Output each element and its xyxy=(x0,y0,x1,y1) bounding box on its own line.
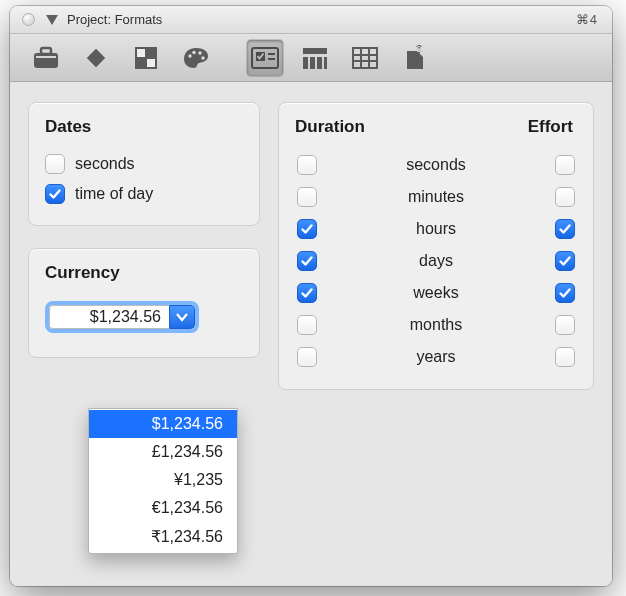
dates-checkbox[interactable] xyxy=(45,184,65,204)
close-button[interactable] xyxy=(22,13,35,26)
svg-rect-18 xyxy=(317,57,322,69)
currency-dropdown[interactable]: $1,234.56£1,234.56¥1,235€1,234.56₹1,234.… xyxy=(88,408,238,554)
currency-value: $1,234.56 xyxy=(49,305,169,329)
duration-checkbox[interactable] xyxy=(297,315,317,335)
dates-row: seconds xyxy=(45,149,243,179)
duration-effort-row: minutes xyxy=(295,181,577,213)
duration-effort-row: years xyxy=(295,341,577,373)
chevron-down-icon xyxy=(169,305,195,329)
svg-rect-16 xyxy=(303,57,308,69)
duration-effort-row: weeks xyxy=(295,277,577,309)
export-icon[interactable] xyxy=(397,40,433,76)
duration-checkbox[interactable] xyxy=(297,219,317,239)
duration-checkbox[interactable] xyxy=(297,251,317,271)
duration-effort-label: months xyxy=(331,316,541,334)
dates-checkbox[interactable] xyxy=(45,154,65,174)
duration-effort-label: seconds xyxy=(331,156,541,174)
dates-label: time of day xyxy=(75,185,153,203)
titlebar: Project: Formats ⌘4 xyxy=(10,6,612,34)
duration-effort-row: hours xyxy=(295,213,577,245)
svg-rect-20 xyxy=(353,48,377,68)
window-title: Project: Formats xyxy=(67,12,576,27)
table-columns-icon[interactable] xyxy=(297,40,333,76)
dates-label: seconds xyxy=(75,155,135,173)
inspector-window: Project: Formats ⌘4 xyxy=(10,6,612,586)
svg-rect-17 xyxy=(310,57,315,69)
svg-point-9 xyxy=(198,51,201,54)
palette-icon[interactable] xyxy=(178,40,214,76)
effort-checkbox[interactable] xyxy=(555,219,575,239)
right-column: Duration Effort secondsminuteshoursdaysw… xyxy=(278,102,594,566)
svg-rect-14 xyxy=(268,58,275,60)
svg-rect-15 xyxy=(303,48,327,54)
svg-rect-3 xyxy=(87,48,105,66)
effort-heading: Effort xyxy=(528,117,573,137)
svg-point-7 xyxy=(188,54,191,57)
duration-effort-label: hours xyxy=(331,220,541,238)
duration-checkbox[interactable] xyxy=(297,155,317,175)
duration-effort-row: days xyxy=(295,245,577,277)
effort-checkbox[interactable] xyxy=(555,155,575,175)
currency-option[interactable]: £1,234.56 xyxy=(89,438,237,466)
duration-checkbox[interactable] xyxy=(297,283,317,303)
effort-checkbox[interactable] xyxy=(555,347,575,367)
svg-point-8 xyxy=(192,50,195,53)
svg-rect-2 xyxy=(36,56,56,58)
toolbar-separator xyxy=(230,42,231,74)
currency-group: Currency $1,234.56 xyxy=(28,248,260,358)
dates-heading: Dates xyxy=(45,117,243,137)
duration-checkbox[interactable] xyxy=(297,187,317,207)
svg-rect-19 xyxy=(324,57,327,69)
diamond-icon[interactable] xyxy=(78,40,114,76)
duration-effort-group: Duration Effort secondsminuteshoursdaysw… xyxy=(278,102,594,390)
duration-effort-label: days xyxy=(331,252,541,270)
currency-option[interactable]: €1,234.56 xyxy=(89,494,237,522)
toolbar xyxy=(10,34,612,82)
currency-option[interactable]: $1,234.56 xyxy=(89,410,237,438)
dates-row: time of day xyxy=(45,179,243,209)
currency-option[interactable]: ₹1,234.56 xyxy=(89,522,237,550)
duration-effort-row: seconds xyxy=(295,149,577,181)
grid-icon[interactable] xyxy=(128,40,164,76)
svg-rect-5 xyxy=(137,49,145,57)
svg-rect-13 xyxy=(268,53,275,55)
svg-rect-6 xyxy=(147,59,155,67)
svg-rect-1 xyxy=(41,48,51,54)
duration-effort-row: months xyxy=(295,309,577,341)
duration-effort-label: years xyxy=(331,348,541,366)
svg-point-10 xyxy=(201,56,204,59)
effort-checkbox[interactable] xyxy=(555,251,575,271)
keyboard-shortcut: ⌘4 xyxy=(576,12,602,27)
currency-select[interactable]: $1,234.56 xyxy=(45,301,199,333)
effort-checkbox[interactable] xyxy=(555,315,575,335)
disclosure-triangle[interactable] xyxy=(45,14,59,26)
dates-group: Dates secondstime of day xyxy=(28,102,260,226)
duration-heading: Duration xyxy=(295,117,365,137)
briefcase-icon[interactable] xyxy=(28,40,64,76)
currency-heading: Currency xyxy=(45,263,243,283)
currency-option[interactable]: ¥1,235 xyxy=(89,466,237,494)
duration-checkbox[interactable] xyxy=(297,347,317,367)
effort-checkbox[interactable] xyxy=(555,283,575,303)
duration-effort-label: minutes xyxy=(331,188,541,206)
effort-checkbox[interactable] xyxy=(555,187,575,207)
table-icon[interactable] xyxy=(347,40,383,76)
duration-effort-label: weeks xyxy=(331,284,541,302)
checkbox-panel-icon[interactable] xyxy=(247,40,283,76)
